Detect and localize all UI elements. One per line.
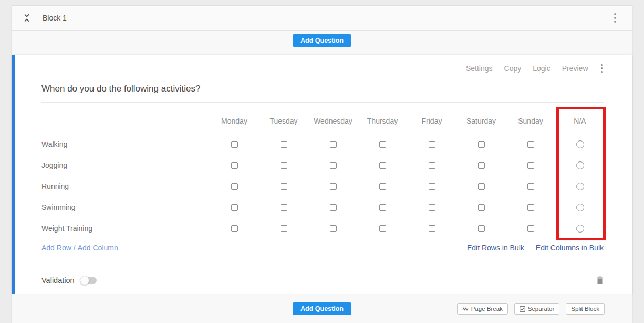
matrix-checkbox[interactable] [231, 225, 238, 232]
page-break-icon [462, 306, 469, 311]
matrix-radio-na[interactable] [576, 204, 584, 211]
block-header: Block 1 [12, 6, 632, 31]
links-slash: / [74, 244, 76, 252]
matrix-checkbox[interactable] [379, 162, 386, 169]
question-toolbar: Settings Copy Logic Preview [41, 63, 604, 74]
column-header-thursday: Thursday [358, 117, 407, 125]
matrix-checkbox[interactable] [330, 141, 337, 148]
separator-label: Separator [528, 306, 555, 312]
split-block-label: Split Block [571, 306, 599, 312]
add-question-button-bottom[interactable]: Add Question [293, 302, 351, 315]
page-break-button[interactable]: Page Break [457, 303, 508, 315]
matrix-checkbox[interactable] [281, 225, 287, 232]
row-label[interactable]: Jogging [41, 161, 210, 169]
row-label[interactable]: Swimming [41, 203, 210, 211]
matrix-checkbox[interactable] [379, 225, 386, 232]
add-question-top-row: Add Question [12, 31, 632, 55]
row-label[interactable]: Walking [41, 140, 210, 148]
matrix-checkbox[interactable] [478, 162, 485, 169]
matrix-checkbox[interactable] [330, 162, 337, 169]
page-break-label: Page Break [471, 306, 503, 312]
matrix-checkbox[interactable] [231, 141, 238, 148]
toggle-knob [80, 276, 89, 285]
matrix-checkbox[interactable] [478, 204, 485, 211]
matrix-checkbox[interactable] [281, 141, 287, 148]
matrix-header-row: Monday Tuesday Wednesday Thursday Friday… [41, 108, 604, 134]
block-title: Block 1 [43, 14, 67, 22]
logic-link[interactable]: Logic [533, 64, 550, 73]
matrix-checkbox[interactable] [527, 141, 534, 148]
matrix-links-row: Add Row / Add Column Edit Rows in Bulk E… [41, 242, 604, 254]
matrix-checkbox[interactable] [330, 204, 337, 211]
footer-actions: Page Break Separator Split Block [457, 303, 605, 315]
matrix-radio-na[interactable] [576, 225, 584, 233]
matrix-checkbox[interactable] [429, 183, 435, 190]
matrix-row-swimming: Swimming [41, 197, 604, 218]
question-menu-icon[interactable] [600, 63, 604, 74]
matrix-row-running: Running [41, 176, 604, 197]
matrix-checkbox[interactable] [478, 141, 485, 148]
column-header-monday: Monday [210, 117, 259, 125]
block-menu-icon[interactable] [613, 12, 617, 24]
block-footer: Add Question Page Break Separator S [12, 294, 632, 323]
column-header-tuesday: Tuesday [259, 117, 308, 125]
matrix-row-walking: Walking [41, 134, 604, 155]
validation-row: Validation [15, 266, 632, 294]
matrix-checkbox[interactable] [379, 204, 386, 211]
matrix-checkbox[interactable] [478, 183, 485, 190]
matrix-checkbox[interactable] [379, 183, 386, 190]
matrix-table: Monday Tuesday Wednesday Thursday Friday… [41, 108, 604, 239]
column-header-wednesday: Wednesday [308, 117, 358, 125]
edit-columns-in-bulk-link[interactable]: Edit Columns in Bulk [536, 244, 604, 252]
column-header-sunday: Sunday [506, 117, 555, 125]
matrix-checkbox[interactable] [330, 183, 337, 190]
matrix-checkbox[interactable] [429, 141, 435, 148]
separator-icon [520, 306, 525, 312]
split-block-button[interactable]: Split Block [566, 303, 605, 315]
matrix-checkbox[interactable] [429, 162, 435, 169]
question-title-divider [41, 102, 604, 103]
matrix-checkbox[interactable] [527, 204, 534, 211]
validation-toggle[interactable] [81, 277, 97, 284]
matrix-radio-na[interactable] [576, 162, 584, 169]
matrix-checkbox[interactable] [527, 183, 534, 190]
add-row-link[interactable]: Add Row [41, 244, 71, 252]
matrix-checkbox[interactable] [231, 204, 238, 211]
add-question-button-top[interactable]: Add Question [293, 34, 351, 47]
matrix-checkbox[interactable] [379, 141, 386, 148]
matrix-checkbox[interactable] [231, 183, 238, 190]
settings-link[interactable]: Settings [466, 64, 493, 73]
delete-question-icon[interactable] [596, 276, 604, 285]
matrix-radio-na[interactable] [576, 140, 584, 148]
validation-label: Validation [41, 276, 75, 285]
matrix-checkbox[interactable] [330, 225, 337, 232]
edit-rows-in-bulk-link[interactable]: Edit Rows in Bulk [467, 244, 524, 252]
matrix-checkbox[interactable] [281, 183, 287, 190]
column-header-na: N/A [555, 117, 605, 125]
matrix-checkbox[interactable] [231, 162, 238, 169]
column-header-friday: Friday [407, 117, 456, 125]
matrix-radio-na[interactable] [576, 183, 584, 190]
separator-button[interactable]: Separator [514, 303, 560, 315]
add-column-link[interactable]: Add Column [78, 244, 118, 252]
question-card: Settings Copy Logic Preview When do you … [12, 55, 632, 294]
column-header-saturday: Saturday [456, 117, 506, 125]
matrix-checkbox[interactable] [281, 204, 287, 211]
matrix-checkbox[interactable] [429, 225, 435, 232]
question-title[interactable]: When do you do the following activities? [41, 82, 604, 96]
block-panel: Block 1 Add Question Settings Copy Logic… [12, 5, 632, 323]
copy-link[interactable]: Copy [504, 64, 522, 73]
matrix-row-jogging: Jogging [41, 155, 604, 176]
matrix-checkbox[interactable] [478, 225, 485, 232]
row-label[interactable]: Weight Training [41, 224, 210, 233]
survey-builder-page: Block 1 Add Question Settings Copy Logic… [0, 0, 644, 323]
matrix-row-weight-training: Weight Training [41, 218, 604, 239]
matrix-checkbox[interactable] [527, 225, 534, 232]
matrix-checkbox[interactable] [429, 204, 435, 211]
preview-link[interactable]: Preview [562, 64, 588, 73]
matrix-checkbox[interactable] [281, 162, 287, 169]
row-label[interactable]: Running [41, 182, 210, 190]
collapse-block-icon[interactable] [23, 14, 30, 22]
matrix-checkbox[interactable] [527, 162, 534, 169]
